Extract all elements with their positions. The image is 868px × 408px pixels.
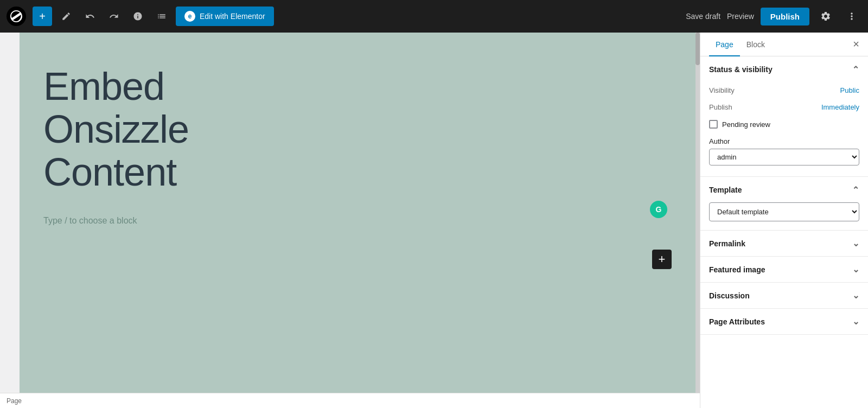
author-row: Author admin [709, 133, 859, 168]
elementor-icon: e [184, 11, 195, 22]
section-discussion: Discussion ⌄ [700, 283, 868, 309]
preview-button[interactable]: Preview [727, 12, 754, 21]
settings-button[interactable] [816, 7, 835, 26]
edit-pen-button[interactable] [56, 7, 76, 26]
right-panel: Page Block × Status & visibility ⌄ Visib… [700, 33, 868, 408]
save-draft-button[interactable]: Save draft [686, 12, 720, 21]
section-page-attributes: Page Attributes ⌄ [700, 309, 868, 335]
section-permalink-header[interactable]: Permalink ⌄ [700, 231, 868, 256]
pending-review-checkbox[interactable] [709, 120, 718, 129]
wordpress-logo[interactable] [7, 7, 26, 26]
section-status-visibility-label: Status & visibility [709, 65, 773, 74]
section-status-visibility-header[interactable]: Status & visibility ⌄ [700, 56, 868, 82]
toolbar-right-actions: Save draft Preview Publish [686, 7, 861, 26]
left-strip [0, 33, 20, 408]
section-template-header[interactable]: Template ⌄ [700, 177, 868, 202]
grammarly-icon: G [650, 201, 667, 218]
author-label: Author [709, 137, 730, 145]
tab-block[interactable]: Block [740, 33, 771, 56]
publish-button[interactable]: Publish [761, 8, 809, 25]
status-bar-label: Page [7, 397, 22, 405]
author-select[interactable]: admin [709, 149, 859, 165]
redo-button[interactable] [104, 7, 124, 26]
section-featured-image-header[interactable]: Featured image ⌄ [700, 257, 868, 282]
chevron-down-permalink-icon: ⌄ [852, 238, 859, 248]
pending-review-label: Pending review [722, 120, 770, 129]
chevron-down-discussion-icon: ⌄ [852, 290, 859, 301]
visibility-label: Visibility [709, 86, 735, 94]
add-block-button[interactable]: + [33, 7, 52, 26]
chevron-up-template-icon: ⌄ [852, 184, 859, 195]
undo-button[interactable] [80, 7, 100, 26]
info-button[interactable] [128, 7, 148, 26]
section-featured-image: Featured image ⌄ [700, 257, 868, 283]
canvas-area: Embed Onsizzle Content Type / to choose … [0, 33, 700, 408]
section-template: Template ⌄ Default template Full Width B… [700, 177, 868, 231]
block-placeholder[interactable]: Type / to choose a block [43, 216, 656, 226]
page-title[interactable]: Embed Onsizzle Content [43, 65, 656, 194]
chevron-up-icon: ⌄ [852, 64, 859, 74]
publish-value[interactable]: Immediately [821, 103, 859, 111]
section-permalink: Permalink ⌄ [700, 231, 868, 257]
panel-tabs: Page Block × [700, 33, 868, 56]
publish-label: Publish [709, 103, 732, 111]
list-view-button[interactable] [152, 7, 171, 26]
section-template-label: Template [709, 186, 742, 194]
tab-page[interactable]: Page [709, 33, 740, 56]
section-discussion-header[interactable]: Discussion ⌄ [700, 283, 868, 308]
section-status-visibility-content: Visibility Public Publish Immediately Pe… [700, 82, 868, 176]
section-template-content: Default template Full Width Blank [700, 202, 868, 230]
section-permalink-label: Permalink [709, 239, 745, 248]
panel-close-button[interactable]: × [853, 33, 859, 56]
section-page-attributes-header[interactable]: Page Attributes ⌄ [700, 309, 868, 334]
pending-review-row: Pending review [709, 116, 859, 133]
main-layout: Embed Onsizzle Content Type / to choose … [0, 33, 868, 408]
canvas-content: Embed Onsizzle Content Type / to choose … [0, 33, 700, 408]
canvas-scrollbar[interactable] [695, 33, 700, 408]
chevron-down-pageattr-icon: ⌄ [852, 316, 859, 327]
visibility-row: Visibility Public [709, 82, 859, 99]
canvas-scrollbar-thumb[interactable] [695, 33, 700, 65]
status-bar: Page [0, 393, 700, 408]
section-status-visibility: Status & visibility ⌄ Visibility Public … [700, 56, 868, 177]
template-select[interactable]: Default template Full Width Blank [709, 202, 859, 221]
chevron-down-featured-icon: ⌄ [852, 264, 859, 275]
section-featured-image-label: Featured image [709, 265, 765, 274]
edit-with-elementor-button[interactable]: e Edit with Elementor [176, 7, 274, 26]
more-options-button[interactable] [842, 7, 861, 26]
publish-row: Publish Immediately [709, 99, 859, 116]
section-discussion-label: Discussion [709, 291, 750, 300]
add-block-button-canvas[interactable]: + [652, 250, 672, 269]
visibility-value[interactable]: Public [840, 86, 859, 94]
section-page-attributes-label: Page Attributes [709, 317, 765, 326]
toolbar: + e Edit with Elementor Save draft Previ… [0, 0, 868, 33]
